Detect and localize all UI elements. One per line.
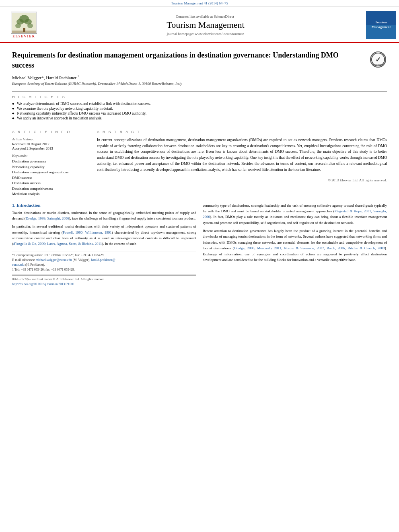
highlights-list: We analyze determinants of DMO success a…: [12, 101, 387, 121]
sciencedirect-prefix: Contents lists available at ScienceDirec…: [176, 14, 234, 18]
footer-doi-link[interactable]: http://dx.doi.org/10.1016/j.tourman.2013…: [12, 282, 74, 286]
keyword-4: DMO success: [12, 175, 90, 181]
footnote-section: * Corresponding author. Tel.: +39 0471 0…: [12, 251, 196, 272]
footer-doi: http://dx.doi.org/10.1016/j.tourman.2013…: [12, 282, 196, 287]
highlights-section: H I G H L I G H T S We analyze determina…: [12, 91, 387, 124]
article-info-column: A R T I C L E I N F O Article history: R…: [12, 130, 90, 197]
email-label: E-mail addresses:: [12, 258, 36, 262]
doi-line: Tourism Management 41 (2014) 64–75: [0, 0, 399, 7]
accepted-date: Accepted 2 September 2013: [12, 146, 90, 150]
highlight-item: We examine the role played by networking…: [12, 106, 387, 111]
svg-text:CrossMark: CrossMark: [373, 64, 383, 66]
highlight-item: We apply an innovative approach in media…: [12, 116, 387, 121]
body-right-column: community type of destinations, strategi…: [203, 203, 387, 287]
affiliation: European Academy of Bozen-Bolzano (EURAC…: [12, 82, 387, 86]
footnote-1: 1 Tel.: +39 0471 055420; fax: +39 0471 0…: [12, 267, 196, 272]
body-right-paragraph-1: community type of destinations, strategi…: [203, 203, 387, 226]
keyword-6: Destination competitiveness: [12, 186, 90, 192]
interface-text: interface: [354, 215, 367, 219]
journal-center: Contents lists available at ScienceDirec…: [48, 9, 363, 41]
abstract-label: A B S T R A C T: [97, 130, 387, 134]
body-paragraph-1: Tourist destinations or tourist district…: [12, 210, 196, 222]
body-section: 1. Introduction Tourist destinations or …: [12, 203, 387, 287]
svg-text:✓: ✓: [375, 55, 381, 63]
received-date: Received 20 August 2012: [12, 142, 90, 146]
email2-link[interactable]: harald.pechlaner@: [91, 258, 115, 262]
body-right-paragraph-2: Recent attention to destination governan…: [203, 228, 387, 263]
abstract-section: A B S T R A C T In current conceptualiza…: [97, 130, 387, 197]
keywords-label: Keywords:: [12, 154, 90, 158]
crossmark-badge: ✓ CrossMark: [369, 50, 387, 68]
email1-name: (M. Volgger),: [73, 258, 91, 262]
journal-title: Tourism Management: [167, 20, 244, 30]
keyword-1: Destination governance: [12, 159, 90, 164]
elsevier-tree-image: [11, 12, 37, 34]
email1-link[interactable]: michael.volgger@eurac.edu: [36, 258, 72, 262]
dredge-link[interactable]: Dredge, 1999; Sainaghi, 2006: [26, 216, 69, 220]
svg-point-4: [15, 23, 21, 28]
keyword-7: Mediation analysis: [12, 191, 90, 197]
keyword-5: Destination success: [12, 181, 90, 186]
paper-title: Requirements for destination management …: [12, 50, 363, 70]
article-info-label: A R T I C L E I N F O: [12, 130, 90, 134]
article-history-label: Article history:: [12, 137, 90, 141]
tourism-management-badge: Tourism Management: [366, 11, 396, 39]
highlight-item: We analyze determinants of DMO success a…: [12, 101, 387, 106]
footnote-email2: eurac.edu (H. Pechlaner).: [12, 263, 196, 267]
email2-link-cont[interactable]: eurac.edu: [12, 263, 25, 267]
journal-homepage: journal homepage: www.elsevier.com/locat…: [167, 32, 244, 36]
footnote-corresponding: * Corresponding author. Tel.: +39 0471 0…: [12, 253, 196, 258]
elsevier-logo-container: ELSEVIER: [0, 9, 48, 41]
elsevier-label: ELSEVIER: [12, 35, 35, 38]
copyright: © 2013 Elsevier Ltd. All rights reserved…: [97, 176, 387, 182]
journal-badge-container: Tourism Management: [363, 9, 399, 41]
article-info-abstract: A R T I C L E I N F O Article history: R…: [12, 130, 387, 197]
journal-header: ELSEVIER Contents lists available at Sci…: [0, 7, 399, 43]
abstract-text: In current conceptualizations of destina…: [97, 137, 387, 173]
elsevier-logo: ELSEVIER: [11, 12, 37, 38]
dangella-link[interactable]: d'Angella & Go, 2009; Laws, Agrusa, Scot…: [13, 242, 102, 246]
crossmark-icon: ✓ CrossMark: [370, 51, 386, 68]
badge-text: Tourism Management: [372, 20, 391, 30]
dredge2-link[interactable]: Dredge, 2006; Moscardo, 2011; Nordin & S…: [234, 246, 385, 250]
footer-issn: 0261-5177/$ – see front matter © 2013 El…: [12, 277, 196, 282]
footnote-email: E-mail addresses: michael.volgger@eurac.…: [12, 258, 196, 263]
section1-title: 1. Introduction: [12, 203, 196, 207]
body-left-column: 1. Introduction Tourist destinations or …: [12, 203, 196, 287]
keyword-2: Networking capability: [12, 164, 90, 170]
svg-rect-7: [12, 31, 36, 33]
email2-name: (H. Pechlaner).: [25, 263, 45, 267]
body-paragraph-2: In particular, in several traditional to…: [12, 224, 196, 247]
footer-section: 0261-5177/$ – see front matter © 2013 El…: [12, 275, 196, 287]
powell-link[interactable]: Powell, 1990; Williamson, 1991: [63, 230, 112, 234]
svg-point-5: [27, 23, 33, 28]
authors: Michael Volgger*, Harald Pechlaner 1: [12, 74, 387, 80]
highlights-label: H I G H L I G H T S: [12, 95, 387, 99]
author-sup: 1: [76, 74, 79, 78]
keyword-3: Destination management organizations: [12, 170, 90, 175]
highlight-item: Networking capability indirectly affects…: [12, 111, 387, 116]
main-content: Requirements for destination management …: [0, 43, 399, 294]
